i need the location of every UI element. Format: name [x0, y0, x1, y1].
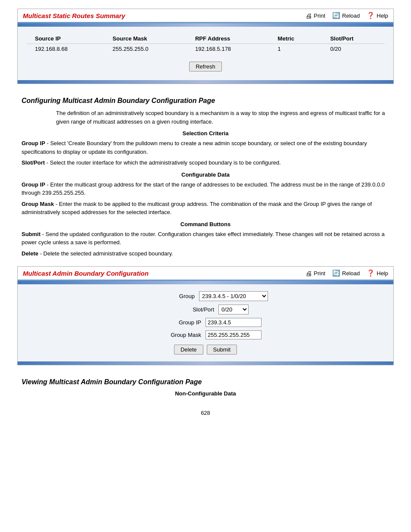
group-ip-input[interactable]: [206, 318, 262, 327]
form-actions: Delete Submit: [26, 345, 385, 355]
field5-desc-text: - Send the updated configuration to the …: [22, 231, 385, 246]
help-icon-2: [367, 269, 375, 277]
field2-desc-text: - Select the router interface for which …: [45, 159, 281, 166]
doc1-heading: Configuring Multicast Admin Boundary Con…: [22, 97, 389, 105]
static-routes-panel-header: Multicast Static Routes Summary Print Re…: [18, 9, 393, 23]
field6-desc-text: - Delete the selected administrative sco…: [38, 250, 173, 257]
static-routes-title: Multicast Static Routes Summary: [23, 12, 125, 19]
panel2-toolbar: Print Reload Help: [305, 269, 388, 277]
doc1-intro: The definition of an administratively sc…: [56, 109, 389, 126]
delete-button[interactable]: Delete: [174, 345, 203, 355]
static-routes-table: Source IP Source Mask RPF Address Metric…: [26, 34, 385, 54]
refresh-area: Refresh: [26, 58, 385, 73]
admin-boundary-panel-header: Multicast Admin Boundary Configuration P…: [18, 267, 393, 281]
blue-stripe-bottom-1: [18, 80, 393, 84]
field2-name: Slot/Port: [22, 159, 45, 166]
reload-icon-2: [332, 269, 340, 277]
print-button-1[interactable]: Print: [305, 12, 325, 19]
reload-button-1[interactable]: Reload: [332, 12, 360, 19]
page-number: 628: [17, 410, 394, 416]
print-icon-2: [305, 270, 312, 277]
doc2-heading: Viewing Multicast Admin Boundary Configu…: [22, 378, 389, 386]
col-rpf-address: RPF Address: [187, 34, 269, 44]
field5-name: Submit: [22, 231, 40, 237]
help-button-2[interactable]: Help: [367, 269, 388, 277]
print-button-2[interactable]: Print: [305, 270, 325, 277]
reload-icon-1: [332, 12, 340, 19]
group-ip-label: Group IP: [149, 319, 201, 326]
help-label-1: Help: [377, 12, 388, 19]
group-row: Group 239.3.4.5 - 1/0/20: [26, 291, 385, 301]
configurable-data-heading: Configurable Data: [22, 171, 389, 178]
table-cell: 1: [269, 44, 322, 54]
help-button-1[interactable]: Help: [367, 12, 388, 19]
reload-button-2[interactable]: Reload: [332, 269, 360, 277]
field4-name: Group Mask: [22, 201, 54, 207]
group-ip-row: Group IP: [26, 318, 385, 327]
static-routes-body: Source IP Source Mask RPF Address Metric…: [18, 27, 393, 80]
group-label: Group: [143, 293, 195, 299]
command-buttons-heading: Command Buttons: [22, 221, 389, 227]
field6-name: Delete: [22, 250, 38, 257]
field2-desc: Slot/Port - Select the router interface …: [22, 159, 389, 167]
table-row: 192.168.8.68255.255.255.0192.168.5.17810…: [26, 44, 385, 54]
panel1-toolbar: Print Reload Help: [305, 12, 388, 19]
field1-desc-text: - Select 'Create Boundary' from the pull…: [22, 140, 367, 155]
field4-desc: Group Mask - Enter the mask to be applie…: [22, 200, 389, 217]
submit-button[interactable]: Submit: [207, 345, 237, 355]
help-label-2: Help: [377, 270, 388, 277]
admin-boundary-panel: Multicast Admin Boundary Configuration P…: [17, 266, 394, 365]
reload-label-1: Reload: [342, 12, 360, 19]
config-form: Group 239.3.4.5 - 1/0/20 Slot/Port 0/20 …: [18, 284, 393, 361]
slot-port-row: Slot/Port 0/20: [26, 305, 385, 314]
blue-stripe-top-1: [18, 23, 393, 27]
col-slot-port: Slot/Port: [321, 34, 385, 44]
group-mask-input[interactable]: [206, 330, 262, 339]
print-label-1: Print: [314, 12, 325, 19]
print-icon-1: [305, 12, 312, 19]
print-label-2: Print: [314, 270, 325, 277]
slot-port-label: Slot/Port: [162, 306, 214, 313]
field1-desc: Group IP - Select 'Create Boundary' from…: [22, 139, 389, 156]
blue-stripe-top-2: [18, 281, 393, 284]
field3-desc: Group IP - Enter the multicast group add…: [22, 180, 389, 197]
table-cell: 192.168.5.178: [187, 44, 269, 54]
doc-section-1: Configuring Multicast Admin Boundary Con…: [17, 97, 394, 258]
col-metric: Metric: [269, 34, 322, 44]
table-header-row: Source IP Source Mask RPF Address Metric…: [26, 34, 385, 44]
table-cell: 255.255.255.0: [104, 44, 187, 54]
refresh-button[interactable]: Refresh: [189, 62, 222, 72]
admin-boundary-title: Multicast Admin Boundary Configuration: [23, 270, 149, 277]
field1-name: Group IP: [22, 140, 45, 146]
selection-criteria-heading: Selection Criteria: [22, 130, 389, 137]
slot-port-select[interactable]: 0/20: [218, 305, 249, 314]
table-cell: 0/20: [321, 44, 385, 54]
field5-desc: Submit - Send the updated configuration …: [22, 230, 389, 247]
field4-desc-text: - Enter the mask to be applied to the mu…: [22, 201, 372, 216]
col-source-ip: Source IP: [26, 34, 104, 44]
reload-label-2: Reload: [342, 270, 360, 277]
blue-stripe-bottom-2: [18, 361, 393, 365]
field3-name: Group IP: [22, 181, 45, 188]
table-cell: 192.168.8.68: [26, 44, 104, 54]
doc-section-2: Viewing Multicast Admin Boundary Configu…: [17, 378, 394, 397]
group-select[interactable]: 239.3.4.5 - 1/0/20: [199, 291, 268, 301]
non-configurable-heading: Non-Configurable Data: [22, 390, 389, 397]
field3-desc-text: - Enter the multicast group address for …: [22, 181, 385, 196]
field6-desc: Delete - Delete the selected administrat…: [22, 249, 389, 258]
help-icon-1: [367, 12, 375, 19]
static-routes-panel: Multicast Static Routes Summary Print Re…: [17, 9, 394, 84]
col-source-mask: Source Mask: [104, 34, 187, 44]
group-mask-label: Group Mask: [149, 332, 201, 338]
group-mask-row: Group Mask: [26, 330, 385, 339]
